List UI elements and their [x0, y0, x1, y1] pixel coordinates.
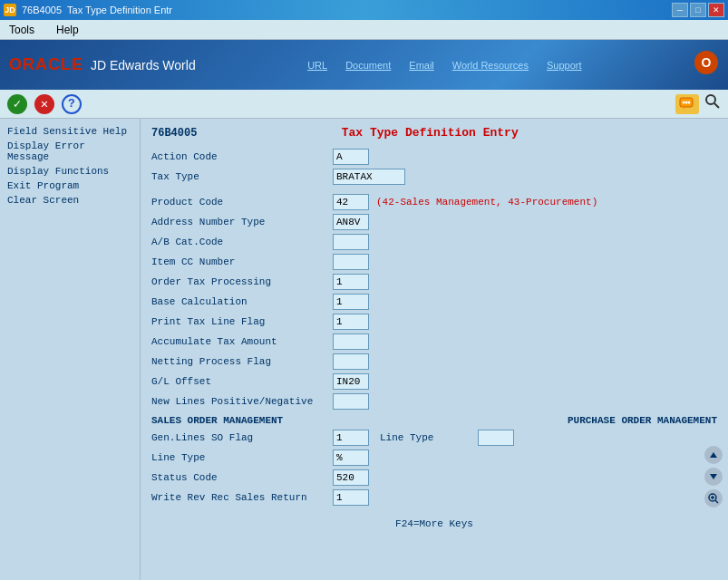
item-cc-number-row: Item CC Number [151, 254, 717, 270]
print-tax-line-flag-label: Print Tax Line Flag [151, 316, 333, 327]
sidebar-item-display-error-message[interactable]: Display Error Message [7, 139, 132, 164]
title-bar-left: JD 76B4005 Tax Type Definition Entr [4, 4, 172, 16]
jde-text: JD Edwards World [91, 58, 196, 72]
address-number-type-label: Address Number Type [151, 217, 333, 227]
menu-tools[interactable]: Tools [5, 22, 38, 38]
scroll-down-button[interactable] [704, 468, 723, 486]
nav-support[interactable]: Support [547, 60, 582, 71]
sidebar-item-field-sensitive-help[interactable]: Field Sensitive Help [7, 124, 132, 139]
sales-order-section-title: SALES ORDER MANAGEMENT [151, 415, 283, 426]
accumulate-tax-amount-label: Accumulate Tax Amount [151, 336, 333, 347]
so-line-type-input[interactable] [333, 450, 369, 466]
svg-point-5 [685, 101, 688, 103]
scroll-up-button[interactable] [704, 446, 723, 464]
chat-icon[interactable] [675, 94, 699, 114]
base-calculation-input[interactable] [333, 294, 369, 310]
gl-offset-label: G/L Offset [151, 376, 333, 387]
netting-process-flag-label: Netting Process Flag [151, 356, 333, 367]
item-cc-number-input[interactable] [333, 254, 369, 270]
svg-point-4 [683, 101, 685, 103]
new-lines-label: New Lines Positive/Negative [151, 396, 333, 407]
product-code-row: Product Code (42-Sales Management, 43-Pr… [151, 194, 717, 210]
gen-lines-so-flag-input[interactable] [333, 430, 369, 446]
so-line-type-label: Line Type [151, 452, 333, 463]
confirm-button[interactable]: ✓ [7, 94, 27, 114]
status-code-input[interactable] [333, 469, 369, 486]
toolbar-right [675, 93, 721, 114]
status-code-row: Status Code [151, 469, 717, 486]
address-number-type-input[interactable] [333, 214, 369, 230]
order-tax-processing-input[interactable] [333, 274, 369, 290]
accumulate-tax-amount-input[interactable] [333, 334, 369, 350]
svg-point-6 [688, 101, 691, 103]
form-header: 76B4005 Tax Type Definition Entry [151, 126, 717, 140]
action-code-row: Action Code [151, 149, 717, 165]
nav-links: URL Document Email World Resources Suppo… [307, 60, 581, 71]
form-title: Tax Type Definition Entry [197, 126, 663, 140]
form-area: 76B4005 Tax Type Definition Entry Action… [141, 119, 728, 580]
title-bar: JD 76B4005 Tax Type Definition Entr ─ □ … [0, 0, 728, 20]
netting-process-flag-row: Netting Process Flag [151, 353, 717, 370]
po-line-type-label: Line Type [380, 432, 471, 443]
right-scroll-controls [704, 446, 723, 508]
item-cc-number-label: Item CC Number [151, 256, 333, 267]
nav-document[interactable]: Document [345, 60, 391, 71]
gl-offset-row: G/L Offset [151, 373, 717, 390]
ab-cat-code-row: A/B Cat.Code [151, 234, 717, 250]
help-button[interactable]: ? [62, 94, 82, 114]
oracle-logo: ORACLE [9, 55, 83, 74]
nav-email[interactable]: Email [409, 60, 434, 71]
cancel-button[interactable]: ✕ [34, 94, 54, 114]
po-line-type-input[interactable] [478, 430, 514, 446]
menu-help[interactable]: Help [53, 22, 83, 38]
order-tax-processing-row: Order Tax Processing [151, 274, 717, 290]
ab-cat-code-input[interactable] [333, 234, 369, 250]
title-bar-controls: ─ □ ✕ [672, 3, 724, 17]
accumulate-tax-amount-row: Accumulate Tax Amount [151, 334, 717, 350]
base-calculation-label: Base Calculation [151, 296, 333, 307]
ab-cat-code-label: A/B Cat.Code [151, 237, 333, 247]
write-rev-rec-row: Write Rev Rec Sales Return [151, 489, 717, 506]
sidebar-item-clear-screen[interactable]: Clear Screen [7, 193, 132, 208]
product-code-note: (42-Sales Management, 43-Procurement) [376, 197, 597, 208]
new-lines-input[interactable] [333, 393, 369, 410]
tax-type-input[interactable] [333, 169, 405, 185]
product-code-label: Product Code [151, 197, 333, 208]
gen-lines-so-flag-row: Gen.Lines SO Flag Line Type [151, 430, 717, 446]
product-code-input[interactable] [333, 194, 369, 210]
maximize-button[interactable]: □ [690, 3, 706, 17]
sidebar-item-display-functions[interactable]: Display Functions [7, 164, 132, 179]
order-tax-processing-label: Order Tax Processing [151, 276, 333, 287]
so-line-type-row: Line Type [151, 450, 717, 466]
title-bar-title: Tax Type Definition Entr [67, 5, 172, 15]
print-tax-line-flag-input[interactable] [333, 314, 369, 330]
address-number-type-row: Address Number Type [151, 214, 717, 230]
netting-process-flag-input[interactable] [333, 353, 369, 370]
toolbar: ✓ ✕ ? [0, 90, 728, 119]
sidebar-item-exit-program[interactable]: Exit Program [7, 179, 132, 193]
close-button[interactable]: ✕ [708, 3, 724, 17]
nav-world-resources[interactable]: World Resources [452, 60, 529, 71]
header: ORACLE JD Edwards World URL Document Ema… [0, 40, 728, 90]
action-code-input[interactable] [333, 149, 369, 165]
app-icon: JD [4, 4, 16, 16]
minimize-button[interactable]: ─ [672, 3, 688, 17]
write-rev-rec-input[interactable] [333, 489, 369, 506]
oracle-icon: O [694, 50, 719, 81]
main-content: Field Sensitive Help Display Error Messa… [0, 119, 728, 580]
svg-text:O: O [702, 55, 712, 70]
nav-url[interactable]: URL [307, 60, 327, 71]
svg-marker-9 [710, 452, 717, 458]
svg-point-7 [706, 95, 715, 104]
tax-type-row: Tax Type [151, 169, 717, 185]
section-headers: SALES ORDER MANAGEMENT PURCHASE ORDER MA… [151, 415, 717, 426]
gl-offset-input[interactable] [333, 373, 369, 390]
title-bar-id: 76B4005 [22, 5, 62, 15]
purchase-order-section-title: PURCHASE ORDER MANAGEMENT [568, 415, 717, 426]
print-tax-line-flag-row: Print Tax Line Flag [151, 314, 717, 330]
new-lines-row: New Lines Positive/Negative [151, 393, 717, 410]
zoom-button[interactable] [704, 489, 723, 508]
search-icon[interactable] [704, 93, 721, 114]
action-code-label: Action Code [151, 151, 333, 162]
svg-marker-3 [682, 107, 684, 110]
